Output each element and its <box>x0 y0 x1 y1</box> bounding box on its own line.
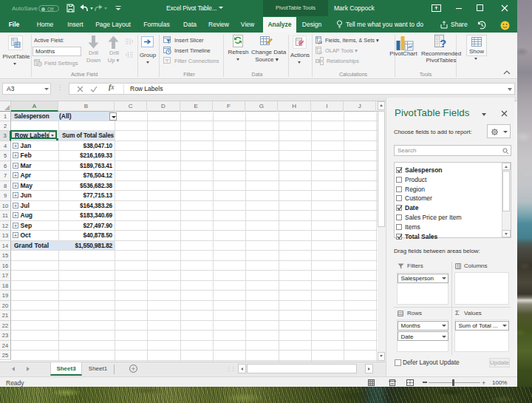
svg-text:?: ? <box>440 37 446 50</box>
svg-text:fx: fx <box>318 39 323 44</box>
svg-text:fx: fx <box>318 50 323 55</box>
